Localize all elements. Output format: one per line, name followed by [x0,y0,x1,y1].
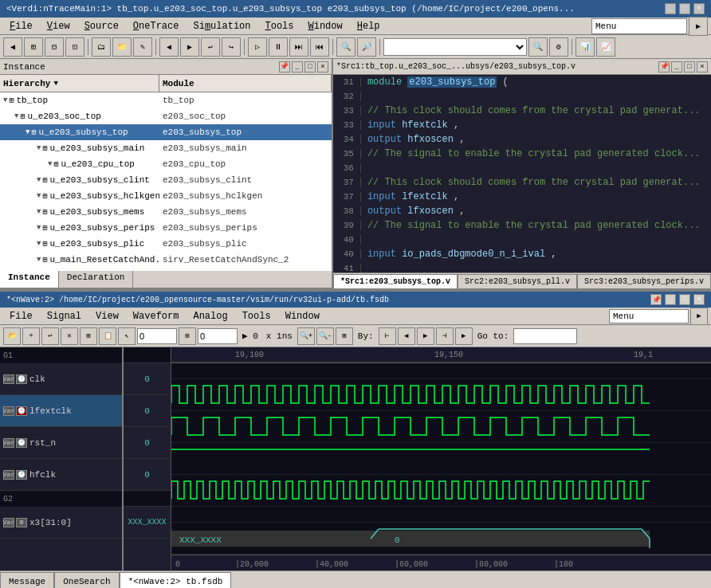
toolbar-btn-10[interactable]: ↩ [201,37,220,57]
tree-item[interactable]: ▼ ⊞ u_e203_subsys_hclkgen e203_subsys_hc… [0,188,332,204]
bottom-tab-wave[interactable]: *<nWave:2> tb.fsdb [120,572,232,588]
wave-cursor-button[interactable]: ↖ [118,327,136,345]
close-button[interactable]: × [693,3,705,14]
toolbar-search[interactable]: 🔍 [528,37,548,57]
wave-time-input-1[interactable] [137,328,177,344]
toolbar-btn-2[interactable]: ⊞ [24,37,43,57]
wave-paste-button[interactable]: 📋 [99,327,116,345]
signal-clk[interactable]: Var 🕐 clk [0,363,122,395]
tree-item[interactable]: ▼ ⊞ u_e203_subsys_plic e203_subsys_plic [0,236,332,252]
wave-close-button[interactable]: × [693,294,705,305]
wave-nav-4[interactable]: ⊣ [436,327,454,345]
wave-goto-input[interactable] [513,328,577,344]
wave-nav-3[interactable]: ▶ [417,327,434,345]
wave-play-button[interactable]: ▶ [455,327,473,345]
wave-menu-file[interactable]: File [3,309,39,323]
signal-hfclk[interactable]: Var 🕐 hfclk [0,459,122,491]
tree-item[interactable]: ▼ ⊞ u_e203_subsys_perips e203_subsys_per… [0,220,332,236]
wave-menu-view[interactable]: View [89,309,125,323]
panel-maximize-button[interactable]: □ [304,61,316,73]
wave-zoom-in[interactable]: 🔍+ [297,327,315,345]
wave-copy-button[interactable]: ⊞ [80,327,97,345]
toolbar-btn-11[interactable]: ↪ [222,37,241,57]
toolbar-btn-14[interactable]: ⏭ [289,37,308,57]
toolbar-btn-13[interactable]: ⏸ [269,37,288,57]
toolbar-btn-6[interactable]: 📁 [112,37,132,57]
tree-item[interactable]: ▼ ⊞ u_e203_subsys_clint e203_subsys_clin… [0,172,332,188]
signal-lfextclk[interactable]: Var 🕐 lfextclk [0,395,122,427]
bottom-tab-message[interactable]: Message [0,572,54,588]
toolbar-filter[interactable]: ⚙ [549,37,568,57]
wave-menu-signal[interactable]: Signal [41,309,88,323]
tree-item[interactable]: ▼ ⊞ u_e203_subsys_mems e203_subsys_mems [0,204,332,220]
tree-item[interactable]: ▼ ⊞ u_e203_subsys_top e203_subsys_top [0,124,332,140]
menu-source[interactable]: Source [78,19,125,33]
panel-minimize-button[interactable]: _ [292,61,303,73]
toolbar-btn-7[interactable]: ✎ [133,37,152,57]
src-tab-3[interactable]: Src3:e203_subsys_perips.v [577,274,711,288]
signal-rst-n[interactable]: Var 🕐 rst_n [0,427,122,459]
menu-view[interactable]: View [41,19,77,33]
bottom-tab-onesearch[interactable]: OneSearch [54,572,119,588]
wave-menu-waveform[interactable]: Waveform [127,309,186,323]
tree-item[interactable]: ▼ ⊞ u_e203_cpu_top e203_cpu_top [0,156,332,172]
wave-minimize-button[interactable]: _ [665,294,676,305]
wave-menu-tools[interactable]: Tools [236,309,277,323]
tree-item[interactable]: ▼ ⊞ tb_top tb_top [0,92,332,108]
wave-undo-button[interactable]: ↩ [41,327,59,345]
toolbar-wave2[interactable]: 📈 [596,37,615,57]
toolbar-btn-1[interactable]: ◀ [3,37,22,57]
source-minimize-button[interactable]: _ [671,61,682,73]
wave-delete-button[interactable]: ✕ [61,327,78,345]
signal-x3[interactable]: Var ⊞ x3[31:0] [0,507,122,539]
wave-pin-button[interactable]: 📌 [650,294,662,305]
search-go-button[interactable]: ▶ [689,17,708,36]
toolbar-btn-15[interactable]: ⏮ [310,37,329,57]
toolbar-btn-12[interactable]: ▷ [248,37,267,57]
wave-menu-window[interactable]: Window [279,309,326,323]
toolbar-dropdown[interactable] [383,38,527,56]
hierarchy-sort-icon[interactable]: ▼ [53,80,57,88]
toolbar-btn-5[interactable]: 🗂 [92,37,111,57]
wave-zoom-out[interactable]: 🔍- [316,327,334,345]
wave-time-btn-1[interactable]: ⊞ [179,327,196,345]
toolbar-btn-8[interactable]: ◀ [159,37,179,57]
maximize-button[interactable]: □ [679,3,690,14]
tree-item[interactable]: ▼ ⊞ u_main_ResetCatchAnd... sirv_ResetCa… [0,252,332,268]
source-maximize-button[interactable]: □ [684,61,695,73]
source-close-button[interactable]: × [697,61,708,73]
toolbar-btn-16[interactable]: 🔍 [336,37,356,57]
wave-search-go[interactable]: ▶ [690,308,708,325]
wave-nav-2[interactable]: ◀ [398,327,415,345]
wave-maximize-button[interactable]: □ [679,294,690,305]
tab-declaration[interactable]: Declaration [59,271,134,288]
toolbar-wave1[interactable]: 📊 [575,37,595,57]
src-tab-2[interactable]: Src2:e203_subsys_pll.v [458,274,577,288]
wave-add-button[interactable]: + [22,327,40,345]
menu-file[interactable]: File [3,19,39,33]
tree-item[interactable]: ▼ ⊞ u_e203_soc_top e203_soc_top [0,108,332,124]
menu-onetrace[interactable]: OneTrace [127,19,186,33]
tree-item[interactable]: ▼ ⊞ u_e203_subsys_main e203_subsys_main [0,140,332,156]
menu-simulation[interactable]: Simulation [187,19,257,33]
minimize-button[interactable]: _ [665,3,676,14]
src-tab-1[interactable]: *Src1:e203_subsys_top.v [333,274,458,288]
panel-close-button[interactable]: × [317,61,328,73]
toolbar-btn-9[interactable]: ▶ [180,37,199,57]
wave-nav-1[interactable]: ⊢ [379,327,396,345]
wave-open-button[interactable]: 📂 [3,327,21,345]
wave-time-input-2[interactable] [198,328,238,344]
menu-tools[interactable]: Tools [259,19,301,33]
search-box[interactable]: Menu [591,18,687,34]
wave-search-box[interactable]: Menu [609,309,689,323]
toolbar-btn-17[interactable]: 🔎 [357,37,376,57]
toolbar-btn-4[interactable]: ⊡ [65,37,84,57]
tab-instance[interactable]: Instance [0,271,59,288]
source-pin-button[interactable]: 📌 [658,61,670,73]
menu-help[interactable]: Help [351,19,387,33]
wave-zoom-fit[interactable]: ⊠ [336,327,353,345]
wave-menu-analog[interactable]: Analog [187,309,234,323]
panel-pin-button[interactable]: 📌 [279,61,290,73]
menu-window[interactable]: Window [302,19,349,33]
toolbar-btn-3[interactable]: ⊟ [45,37,64,57]
